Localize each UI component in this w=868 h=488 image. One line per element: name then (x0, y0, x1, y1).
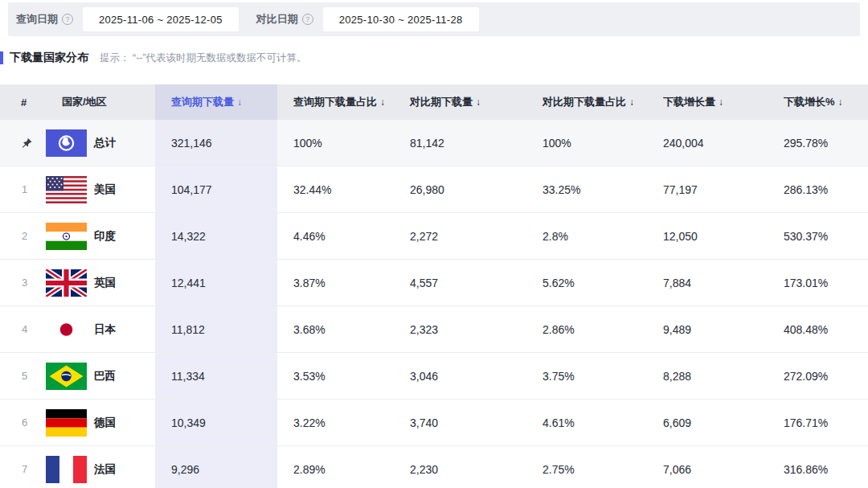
sort-desc-icon: ↓ (719, 96, 723, 108)
rank-cell: 6 (0, 400, 46, 445)
query-share-cell: 32.44% (277, 166, 394, 212)
table-header-row: # 国家/地区 查询期下载量 ↓ 查询期下载量占比 ↓ 对比期下载量 ↓ 对比期… (0, 84, 868, 120)
col-header-label: 对比期下载量 (410, 95, 473, 109)
col-header-country: 国家/地区 (46, 84, 155, 120)
country-name: 美国 (94, 182, 116, 197)
col-header-label: 下载增长量 (663, 95, 715, 109)
pin-cell (0, 120, 46, 166)
globe-flag-icon (46, 129, 87, 157)
col-header-label: 查询期下载量 (171, 95, 234, 109)
query-share-cell: 3.53% (277, 353, 394, 399)
sort-desc-icon: ↓ (476, 96, 481, 108)
compare-downloads-cell: 26,980 (394, 166, 526, 212)
rank-cell: 4 (0, 306, 46, 352)
col-header-growth-pct[interactable]: 下载增长% ↓ (768, 84, 868, 120)
query-share-cell: 4.46% (277, 213, 394, 259)
compare-share-cell: 2.86% (526, 306, 647, 352)
country-cell: 日本 (46, 306, 155, 352)
country-cell: 法国 (46, 446, 155, 488)
query-downloads-cell: 9,296 (155, 446, 277, 488)
sort-desc-icon: ↓ (838, 96, 843, 108)
compare-share-cell: 5.62% (526, 260, 647, 306)
table-row-total[interactable]: 总计 321,146 100% 81,142 100% 240,004 295.… (0, 120, 868, 166)
growth-pct-cell: 286.13% (768, 166, 868, 212)
accent-bar (0, 51, 3, 64)
query-share-cell: 3.68% (277, 306, 394, 352)
query-downloads-cell: 321,146 (155, 120, 277, 166)
sort-desc-icon: ↓ (380, 96, 385, 108)
country-name: 日本 (94, 322, 116, 337)
country-cell: 美国 (46, 166, 155, 212)
sort-desc-icon: ↓ (629, 96, 634, 108)
compare-date-label: 对比日期 (256, 12, 298, 27)
compare-share-cell: 33.25% (526, 166, 647, 212)
query-downloads-cell: 14,322 (155, 213, 277, 259)
table-row[interactable]: 7 法国 9,296 2.89% 2,230 2.75% 7,066 316.8… (0, 446, 868, 488)
col-header-compare-downloads[interactable]: 对比期下载量 ↓ (394, 84, 526, 120)
usa-flag-icon (46, 176, 87, 203)
col-header-rank: # (0, 84, 46, 120)
growth-cell: 240,004 (647, 120, 768, 166)
compare-downloads-cell: 3,740 (394, 400, 526, 445)
growth-cell: 7,066 (647, 446, 768, 488)
col-header-label: 对比期下载量占比 (542, 95, 626, 109)
growth-pct-cell: 173.01% (768, 260, 868, 306)
query-downloads-cell: 11,812 (155, 306, 277, 352)
growth-cell: 12,050 (647, 213, 768, 259)
col-header-query-downloads[interactable]: 查询期下载量 ↓ (155, 84, 277, 120)
japan-flag-icon (46, 316, 87, 343)
query-downloads-cell: 10,349 (155, 400, 277, 445)
table-row[interactable]: 4 日本 11,812 3.68% 2,323 2.86% 9,489 408.… (0, 306, 868, 353)
sort-desc-icon: ↓ (237, 96, 242, 108)
rank-cell: 2 (0, 213, 46, 259)
growth-cell: 77,197 (647, 166, 768, 212)
compare-downloads-cell: 2,272 (394, 213, 526, 259)
france-flag-icon (46, 456, 87, 483)
compare-share-cell: 4.61% (526, 400, 647, 445)
col-header-compare-share[interactable]: 对比期下载量占比 ↓ (526, 84, 647, 120)
country-name: 法国 (94, 462, 116, 477)
rank-cell: 3 (0, 260, 46, 306)
india-flag-icon (46, 223, 87, 250)
compare-date-help-icon[interactable]: ? (302, 14, 313, 25)
compare-date-filter: 对比日期 ? 2025-10-30 ~ 2025-11-28 (256, 7, 479, 31)
country-cell: 英国 (46, 260, 155, 306)
country-downloads-table: # 国家/地区 查询期下载量 ↓ 查询期下载量占比 ↓ 对比期下载量 ↓ 对比期… (0, 84, 868, 488)
brazil-flag-icon (46, 363, 87, 390)
query-share-cell: 100% (277, 120, 394, 166)
col-header-query-share[interactable]: 查询期下载量占比 ↓ (277, 84, 394, 120)
compare-downloads-cell: 81,142 (394, 120, 526, 166)
growth-cell: 6,609 (647, 400, 768, 445)
compare-downloads-cell: 3,046 (394, 353, 526, 399)
compare-share-cell: 2.8% (526, 213, 647, 259)
compare-date-range-input[interactable]: 2025-10-30 ~ 2025-11-28 (323, 7, 479, 31)
table-row[interactable]: 5 巴西 11,334 3.53% 3,046 3.75% 8,288 272.… (0, 353, 868, 400)
query-date-filter: 查询日期 ? 2025-11-06 ~ 2025-12-05 (16, 7, 239, 31)
compare-share-cell: 100% (526, 120, 647, 166)
country-name: 印度 (94, 229, 116, 244)
query-date-range-input[interactable]: 2025-11-06 ~ 2025-12-05 (83, 7, 239, 31)
query-share-cell: 2.89% (277, 446, 394, 488)
growth-cell: 8,288 (647, 353, 768, 399)
query-share-cell: 3.22% (277, 400, 394, 445)
country-name: 英国 (94, 276, 116, 290)
query-downloads-cell: 104,177 (155, 166, 277, 212)
table-row[interactable]: 3 英国 12,441 3.87% 4,557 5.62% 7,884 173.… (0, 260, 868, 306)
query-date-help-icon[interactable]: ? (62, 14, 73, 25)
table-row[interactable]: 2 印度 14,322 4.46% 2,272 2.8% 12,050 530.… (0, 213, 868, 260)
compare-downloads-cell: 2,230 (394, 446, 526, 488)
query-downloads-cell: 11,334 (155, 353, 277, 399)
country-cell: 德国 (46, 400, 155, 445)
section-header: 下载量国家分布 提示： “--”代表该时期无数据或数据不可计算。 (0, 50, 868, 66)
compare-downloads-cell: 4,557 (394, 260, 526, 306)
table-row[interactable]: 1 美国 104,177 32.44% 26,980 33.25% 77,197… (0, 166, 868, 213)
country-name: 总计 (94, 136, 116, 150)
col-header-growth[interactable]: 下载增长量 ↓ (647, 84, 768, 120)
section-title: 下载量国家分布 (10, 51, 88, 65)
growth-pct-cell: 530.37% (768, 213, 868, 259)
country-name: 巴西 (94, 369, 116, 383)
table-row[interactable]: 6 德国 10,349 3.22% 3,740 4.61% 6,609 176.… (0, 400, 868, 446)
col-header-label: 下载增长% (784, 95, 835, 109)
growth-cell: 7,884 (647, 260, 768, 306)
col-header-label: 查询期下载量占比 (293, 95, 377, 109)
